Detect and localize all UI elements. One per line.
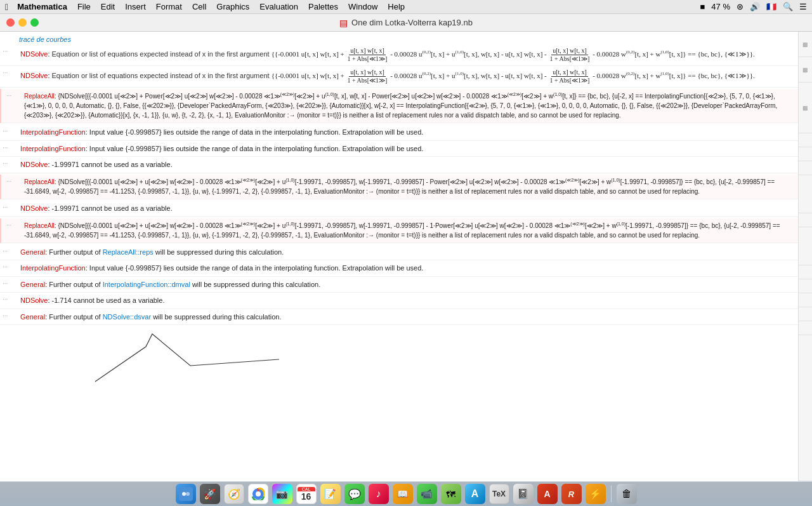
notes-dock-icon[interactable]: 📝 [320,484,341,504]
imessage-dock-icon[interactable]: 💬 [344,484,365,504]
cell-marker-6: ··· [0,158,19,168]
cell-row-1: ··· NDSolve: Equation or list of equatio… [0,44,798,66]
safari-dock-icon[interactable]: 🧭 [224,484,244,504]
cell-row-10: ··· General: Further output of ReplaceAl… [0,244,798,261]
search-icon[interactable]: 🔍 [783,2,793,11]
interpfunc-dmval-link[interactable]: InterpolatingFunction::dmval [103,281,190,288]
reeder-dock-icon[interactable]: R [561,484,582,504]
eq-block-2: {{-0.0001 u[t, x] w[t, x] + u[t, x] w[t,… [272,72,755,79]
cell-content-1: NDSolve: Equation or list of equations e… [19,46,798,64]
finder-dock-icon[interactable] [176,484,196,504]
menu-mathematica[interactable]: Mathematica [17,2,67,11]
bracket-13[interactable] [799,307,812,321]
cell-marker-5: ··· [0,142,19,152]
bracket-9[interactable] [799,227,812,265]
maps-dock-icon[interactable]: 🗺 [441,484,461,504]
notebooks-dock-icon[interactable]: 📓 [513,484,534,504]
cell-content-3: ReplaceAll: {NDSolve[{{-0.0001 u[≪2≫] + … [23,90,796,121]
graph-svg [13,328,279,385]
ndsolve-var-text-3: -1.714 cannot be used as a variable. [52,296,165,304]
general-text-1b: will be suppressed during this calculati… [154,248,284,256]
svg-point-1 [182,492,186,496]
main-area: tracé de courbes ··· NDSolve: Equation o… [0,32,812,481]
adobe-reader-dock-icon[interactable]: A [537,484,558,504]
cell-marker-14: ··· [0,310,19,321]
cell-content-14: General: Further output of NDSolve::dsva… [19,310,798,324]
bracket-14[interactable] [799,321,812,335]
calendar-dock-icon[interactable]: CAL 16 [296,484,317,504]
menu-extras-icon[interactable]: ☰ [799,2,807,11]
error-function-replaceall-3: ReplaceAll [24,222,55,229]
cell-marker-8: ··· [0,202,19,212]
cell-content-10: General: Further output of ReplaceAll::r… [19,246,798,259]
bracket-12[interactable] [799,293,812,307]
ndsolve-var-text-2: -1.99971 cannot be used as a variable. [52,204,173,212]
cell-row-4: ··· InterpolatingFunction: Input value {… [0,124,798,141]
bracket-11[interactable] [799,279,812,293]
menu-file[interactable]: File [77,2,91,11]
cell-row-13: ··· NDSolve: -1.714 cannot be used as a … [0,293,798,309]
cell-row-5: ··· InterpolatingFunction: Input value {… [0,141,798,157]
bracket-8[interactable] [799,213,812,227]
menu-format[interactable]: Format [156,2,182,11]
cell-marker-1: ··· [0,46,19,56]
cell-marker-10: ··· [0,246,19,256]
cell-marker-2: ··· [0,67,19,77]
minimize-button[interactable] [18,18,27,27]
cell-row-6: ··· NDSolve: -1.99971 cannot be used as … [0,157,798,173]
menu-edit[interactable]: Edit [101,2,115,11]
interpfunc-text-2: Input value {-0.999857} lies outside the… [89,145,424,152]
error-function-ndsolve-var-2: NDSolve [20,204,48,212]
bracket-10[interactable] [799,265,812,279]
cell-marker-13: ··· [0,294,19,304]
menu-graphics[interactable]: Graphics [216,2,249,11]
trash-dock-icon[interactable]: 🗑 [617,484,637,504]
interpfunc-text-3: Input value {-0.999857} lies outside the… [89,264,424,272]
notebook-content[interactable]: tracé de courbes ··· NDSolve: Equation o… [0,32,798,481]
workflow-dock-icon[interactable]: ⚡ [586,484,606,504]
appstore-dock-icon[interactable]: A [465,484,485,504]
bracket-graph[interactable] [799,335,812,481]
menu-window[interactable]: Window [348,2,377,11]
error-text-2: Equation or list of equations expected i… [52,72,272,79]
cell-content-5: InterpolatingFunction: Input value {-0.9… [19,142,798,156]
photos-dock-icon[interactable]: 📷 [272,484,292,504]
bracket-2[interactable]: ▩ [799,57,812,83]
cell-row-8: ··· NDSolve: -1.99971 cannot be used as … [0,201,798,217]
books-dock-icon[interactable]: 📖 [393,484,413,504]
menu-help[interactable]: Help [388,2,405,11]
menu-palettes[interactable]: Palettes [308,2,338,11]
facetime-dock-icon[interactable]: 📹 [417,484,437,504]
bracket-1[interactable]: ▩ [799,32,812,57]
bracket-7[interactable] [799,175,812,213]
window-title: One dim Lotka-Volterra kap19.nb [351,18,473,27]
dropbox-icon: ■ [700,2,705,11]
music-dock-icon[interactable]: ♪ [369,484,389,504]
chrome-dock-icon[interactable] [248,484,268,504]
replaceall-reps-link[interactable]: ReplaceAll::reps [103,248,154,256]
launchpad-dock-icon[interactable]: 🚀 [200,484,220,504]
cell-marker-7: ··· [4,176,23,186]
bracket-3[interactable]: ▩ [799,83,812,133]
error-function-ndsolve-var-1: NDSolve [20,161,48,168]
menu-evaluation[interactable]: Evaluation [259,2,298,11]
apple-menu[interactable]:  [5,2,8,12]
bracket-6[interactable] [799,161,812,175]
bracket-5[interactable] [799,147,812,161]
texpad-dock-icon[interactable]: TeX [489,484,509,504]
eq-block-1: {{-0.0001 u[t, x] w[t, x] + u[t, x] w[t,… [272,50,755,58]
brackets-panel: ▩ ▩ ▩ [798,32,812,481]
close-button[interactable] [6,18,15,27]
general-text-3b: will be suppressed during this calculati… [151,313,281,321]
bracket-4[interactable] [799,133,812,147]
replaceall-text-1: {NDSolve[{{-0.0001 u[≪2≫] + Power[≪2≫] u… [24,93,777,119]
header-link[interactable]: tracé de courbes [19,36,71,43]
ndsolve-dsvar-link[interactable]: NDSolve::dsvar [103,313,151,321]
menu-cell[interactable]: Cell [192,2,206,11]
cell-content-11: InterpolatingFunction: Input value {-0.9… [19,262,798,275]
menu-insert[interactable]: Insert [125,2,146,11]
error-function-replaceall-2: ReplaceAll [24,178,55,185]
error-function-interpfunc-1: InterpolatingFunction [20,128,86,136]
cell-content-13: NDSolve: -1.714 cannot be used as a vari… [19,294,798,307]
maximize-button[interactable] [30,18,39,27]
